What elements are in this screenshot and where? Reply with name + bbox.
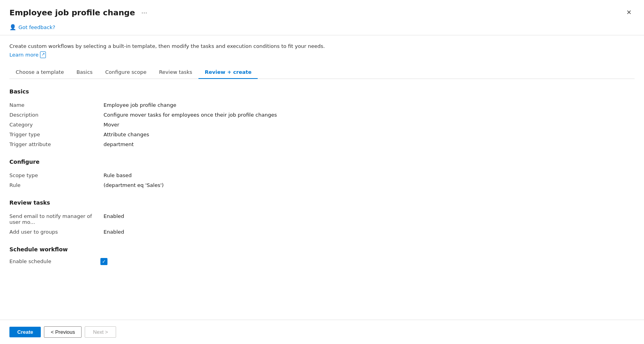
enable-schedule-label: Enable schedule bbox=[9, 258, 96, 264]
configure-section-title: Configure bbox=[9, 159, 635, 165]
schedule-section-title: Schedule workflow bbox=[9, 246, 635, 253]
page-title: Employee job profile change bbox=[9, 8, 135, 17]
basics-label-trigger-type: Trigger type bbox=[9, 130, 104, 139]
close-button[interactable]: ✕ bbox=[623, 7, 635, 18]
feedback-bar: 👤 Got feedback? bbox=[0, 22, 644, 35]
title-bar: Employee job profile change ··· ✕ bbox=[0, 0, 644, 22]
configure-value-rule: (department eq 'Sales') bbox=[104, 180, 635, 190]
tab-review-create[interactable]: Review + create bbox=[198, 66, 258, 79]
title-left: Employee job profile change ··· bbox=[9, 8, 149, 17]
previous-button[interactable]: < Previous bbox=[44, 326, 82, 338]
review-tasks-section-title: Review tasks bbox=[9, 199, 635, 206]
tabs-container: Choose a template Basics Configure scope… bbox=[9, 66, 635, 79]
configure-label-rule: Rule bbox=[9, 180, 104, 190]
enable-schedule-checkbox[interactable] bbox=[100, 258, 107, 265]
tab-choose-template[interactable]: Choose a template bbox=[9, 66, 70, 79]
basics-value-description: Configure mover tasks for employees once… bbox=[104, 110, 635, 120]
review-tasks-label-groups: Add user to groups bbox=[9, 227, 104, 237]
feedback-link[interactable]: Got feedback? bbox=[18, 24, 55, 30]
review-tasks-value-groups: Enabled bbox=[104, 227, 635, 237]
description-text: Create custom workflows by selecting a b… bbox=[9, 43, 635, 49]
create-button[interactable]: Create bbox=[9, 327, 41, 337]
schedule-section: Schedule workflow Enable schedule bbox=[9, 246, 635, 265]
basics-section: Basics Name Employee job profile change … bbox=[9, 88, 635, 149]
tab-basics[interactable]: Basics bbox=[70, 66, 99, 79]
basics-section-title: Basics bbox=[9, 88, 635, 95]
review-tasks-grid: Send email to notify manager of user mo.… bbox=[9, 211, 635, 237]
review-tasks-value-email: Enabled bbox=[104, 211, 635, 227]
learn-more-label: Learn more bbox=[9, 52, 38, 58]
next-button: Next > bbox=[85, 326, 116, 338]
configure-value-scope-type: Rule based bbox=[104, 170, 635, 180]
basics-label-description: Description bbox=[9, 110, 104, 120]
review-tasks-label-email: Send email to notify manager of user mo.… bbox=[9, 211, 104, 227]
basics-label-category: Category bbox=[9, 120, 104, 130]
basics-value-trigger-attribute: department bbox=[104, 139, 635, 149]
external-link-icon: ↗ bbox=[40, 51, 46, 58]
ellipsis-button[interactable]: ··· bbox=[139, 8, 149, 17]
review-tasks-section: Review tasks Send email to notify manage… bbox=[9, 199, 635, 237]
basics-value-name: Employee job profile change bbox=[104, 100, 635, 110]
main-content: Create custom workflows by selecting a b… bbox=[0, 35, 644, 320]
tab-configure-scope[interactable]: Configure scope bbox=[99, 66, 153, 79]
basics-label-name: Name bbox=[9, 100, 104, 110]
feedback-icon: 👤 bbox=[9, 24, 16, 30]
basics-value-category: Mover bbox=[104, 120, 635, 130]
basics-grid: Name Employee job profile change Descrip… bbox=[9, 100, 635, 149]
basics-label-trigger-attribute: Trigger attribute bbox=[9, 139, 104, 149]
footer: Create < Previous Next > bbox=[0, 320, 644, 344]
tab-review-tasks[interactable]: Review tasks bbox=[153, 66, 198, 79]
configure-section: Configure Scope type Rule based Rule (de… bbox=[9, 159, 635, 190]
basics-value-trigger-type: Attribute changes bbox=[104, 130, 635, 139]
configure-grid: Scope type Rule based Rule (department e… bbox=[9, 170, 635, 190]
configure-label-scope-type: Scope type bbox=[9, 170, 104, 180]
schedule-row: Enable schedule bbox=[9, 258, 635, 265]
learn-more-link[interactable]: Learn more ↗ bbox=[9, 51, 46, 58]
